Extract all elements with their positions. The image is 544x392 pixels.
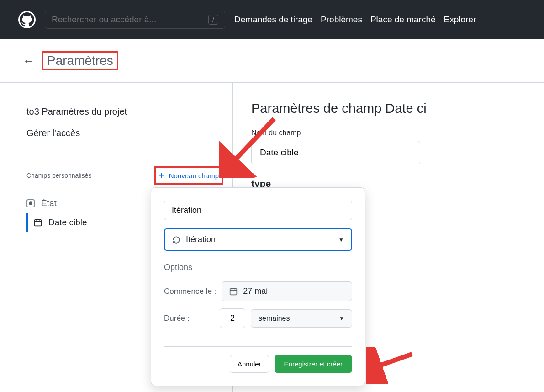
starts-label: Commence le : <box>164 287 216 296</box>
duration-unit-value: semaines <box>259 314 290 323</box>
modal-footer: Annuler Enregistrer et créer <box>164 346 352 373</box>
github-logo[interactable] <box>18 11 36 28</box>
options-label: Options <box>164 263 352 272</box>
start-date-picker[interactable]: 27 mai <box>222 281 352 301</box>
page-header: ← Paramètres <box>0 39 544 83</box>
sidebar-project-settings[interactable]: to3 Paramètres du projet <box>26 101 232 122</box>
calendar-icon <box>34 218 42 227</box>
plus-icon: + <box>158 170 164 181</box>
starts-row: Commence le : 27 mai <box>164 281 352 301</box>
github-icon <box>20 12 34 27</box>
field-type-dropdown[interactable]: Itération ▼ <box>164 228 352 251</box>
back-arrow-icon[interactable]: ← <box>23 54 35 68</box>
custom-fields-label: Champs personnalisés <box>26 172 91 179</box>
field-label: État <box>41 198 57 208</box>
page-title: Paramètres <box>42 51 118 70</box>
duration-unit-select[interactable]: semaines ▼ <box>251 309 352 328</box>
custom-fields-section: Champs personnalisés + Nouveau champ <box>26 158 223 185</box>
calendar-icon <box>229 287 238 296</box>
slash-shortcut: / <box>208 15 218 25</box>
panel-title: Paramètres de champ Date ci <box>251 101 544 116</box>
nav-issues[interactable]: Problèmes <box>321 15 362 25</box>
caret-down-icon: ▼ <box>339 315 344 322</box>
status-icon <box>26 199 35 207</box>
nav-pull-requests[interactable]: Demandes de tirage <box>234 15 312 25</box>
caret-down-icon: ▼ <box>338 237 344 243</box>
nav-explore[interactable]: Explorer <box>444 15 476 25</box>
svg-rect-2 <box>35 220 42 226</box>
start-date-value: 27 mai <box>243 286 268 296</box>
new-field-label: Nouveau champ <box>169 172 219 180</box>
sidebar-manage-access[interactable]: Gérer l'accès <box>26 122 232 144</box>
dropdown-value: Itération <box>186 235 216 244</box>
modal-name-input[interactable] <box>164 201 352 220</box>
duration-label: Durée : <box>164 314 214 323</box>
iteration-icon <box>172 236 180 244</box>
duration-row: Durée : semaines ▼ <box>164 308 352 328</box>
duration-input[interactable] <box>220 308 245 328</box>
top-header: / Demandes de tirage Problèmes Place de … <box>0 0 544 39</box>
new-field-button[interactable]: + Nouveau champ <box>154 166 223 185</box>
cancel-button[interactable]: Annuler <box>230 355 269 373</box>
search-box[interactable]: / <box>45 11 225 29</box>
save-create-button[interactable]: Enregistrer et créer <box>275 355 352 373</box>
field-label: Date cible <box>48 217 87 228</box>
svg-rect-10 <box>230 288 237 295</box>
nav-marketplace[interactable]: Place de marché <box>370 15 436 25</box>
search-input[interactable] <box>52 15 208 25</box>
field-name-input[interactable] <box>251 141 420 164</box>
field-name-label: Nom du champ <box>251 129 544 137</box>
svg-point-1 <box>29 202 32 205</box>
new-field-modal: Itération ▼ Options Commence le : 27 mai… <box>151 187 365 386</box>
nav-links: Demandes de tirage Problèmes Place de ma… <box>234 15 476 25</box>
